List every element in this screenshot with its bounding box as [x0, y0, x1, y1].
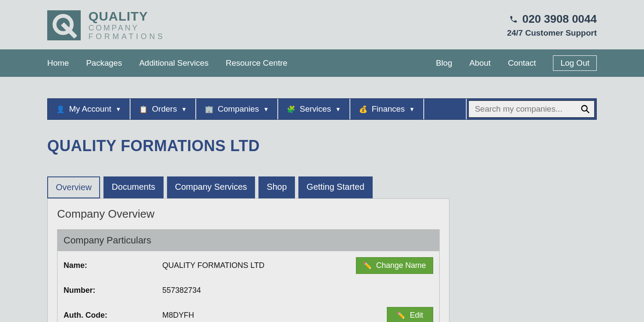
- account-nav-orders[interactable]: 📋 Orders ▼: [131, 99, 196, 119]
- account-nav-companies[interactable]: 🏢 Companies ▼: [196, 99, 278, 119]
- account-nav-services[interactable]: 🧩 Services ▼: [278, 99, 350, 119]
- edit-auth-code-button[interactable]: ✏️ Edit: [387, 307, 433, 322]
- brand-logo[interactable]: QUALITY COMPANY FORMATIONS: [47, 9, 165, 41]
- person-icon: 👤: [56, 105, 65, 113]
- label-number: Number:: [64, 286, 162, 295]
- main-nav: Home Packages Additional Services Resour…: [0, 49, 644, 77]
- tab-shop[interactable]: Shop: [258, 176, 295, 198]
- nav-blog[interactable]: Blog: [436, 58, 452, 68]
- row-auth-code: Auth. Code: M8DYFH ✏️ Edit: [58, 301, 439, 322]
- tab-company-services[interactable]: Company Services: [167, 176, 255, 198]
- chevron-down-icon: ▼: [115, 106, 121, 112]
- building-icon: 🏢: [205, 105, 213, 113]
- tab-documents[interactable]: Documents: [103, 176, 163, 198]
- search-icon[interactable]: [580, 104, 590, 114]
- company-search[interactable]: [468, 100, 595, 118]
- row-number: Number: 557382734: [58, 280, 439, 301]
- account-nav: 👤 My Account ▼ 📋 Orders ▼ 🏢 Companies ▼ …: [47, 98, 597, 120]
- panel-title: Company Overview: [57, 207, 440, 221]
- phone-icon: [509, 15, 518, 24]
- logout-button[interactable]: Log Out: [553, 55, 597, 71]
- clipboard-icon: 📋: [139, 105, 148, 113]
- nav-resource-centre[interactable]: Resource Centre: [226, 58, 288, 68]
- account-nav-finances[interactable]: 💰 Finances ▼: [350, 99, 424, 119]
- overview-panel: Company Overview Company Particulars Nam…: [47, 198, 450, 322]
- nav-additional-services[interactable]: Additional Services: [139, 58, 209, 68]
- company-tabs: Overview Documents Company Services Shop…: [47, 176, 597, 198]
- change-name-button[interactable]: ✏️ Change Name: [356, 257, 433, 274]
- coins-icon: 💰: [359, 105, 368, 113]
- logo-text: QUALITY COMPANY FORMATIONS: [88, 9, 165, 41]
- tab-overview[interactable]: Overview: [47, 176, 100, 198]
- puzzle-icon: 🧩: [287, 105, 295, 113]
- support-phone[interactable]: 020 3908 0044: [507, 12, 597, 26]
- pencil-icon: ✏️: [397, 311, 405, 319]
- chevron-down-icon: ▼: [335, 106, 341, 112]
- tab-getting-started[interactable]: Getting Started: [298, 176, 373, 198]
- value-number: 557382734: [162, 286, 433, 295]
- company-name-heading: QUALITY FORMATIONS LTD: [47, 137, 597, 155]
- support-subtext: 24/7 Customer Support: [507, 28, 597, 38]
- label-name: Name:: [64, 261, 162, 270]
- logo-mark: [47, 10, 81, 40]
- nav-home[interactable]: Home: [47, 58, 69, 68]
- nav-contact[interactable]: Contact: [508, 58, 536, 68]
- nav-about[interactable]: About: [469, 58, 491, 68]
- pencil-icon: ✏️: [363, 261, 372, 270]
- chevron-down-icon: ▼: [181, 106, 187, 112]
- value-name: QUALITY FORMATIONS LTD: [162, 261, 356, 270]
- company-particulars: Company Particulars Name: QUALITY FORMAT…: [57, 229, 440, 322]
- chevron-down-icon: ▼: [263, 106, 269, 112]
- label-auth-code: Auth. Code:: [64, 311, 162, 320]
- company-search-input[interactable]: [475, 104, 580, 114]
- chevron-down-icon: ▼: [409, 106, 415, 112]
- value-auth-code: M8DYFH: [162, 311, 387, 320]
- account-nav-my-account[interactable]: 👤 My Account ▼: [48, 99, 131, 119]
- svg-point-1: [582, 106, 587, 111]
- nav-packages[interactable]: Packages: [86, 58, 122, 68]
- svg-line-2: [586, 110, 589, 113]
- particulars-heading: Company Particulars: [58, 230, 439, 251]
- row-name: Name: QUALITY FORMATIONS LTD ✏️ Change N…: [58, 251, 439, 280]
